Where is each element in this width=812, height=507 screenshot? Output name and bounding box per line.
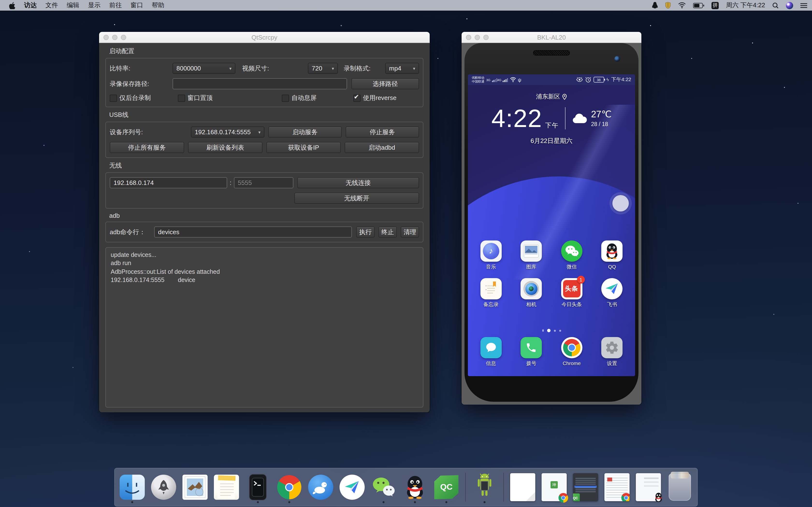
checkbox-box[interactable] — [110, 95, 117, 102]
dock-seal-app[interactable] — [307, 472, 334, 503]
app-qq[interactable]: QQ — [593, 240, 631, 270]
adb-terminate-button[interactable]: 终止 — [378, 226, 397, 237]
serial-combobox[interactable]: 192.168.0.174:5555▾ — [191, 126, 264, 137]
always-on-top-checkbox[interactable]: 窗口置顶 — [178, 94, 282, 102]
phone-status-bar: 优酷移动 中国联通 3G 4G ψ — [468, 74, 635, 85]
adb-command-input[interactable] — [154, 226, 352, 237]
page-indicator-dot-active — [547, 329, 550, 332]
menu-item-help[interactable]: 帮助 — [147, 1, 169, 10]
app-notes[interactable]: 备忘录 — [472, 278, 510, 308]
dock-minimized-chrome-window[interactable]: 坤 — [541, 472, 568, 503]
dock-notes[interactable] — [213, 472, 240, 503]
record-format-combobox[interactable]: mp4▾ — [385, 63, 419, 74]
auto-screen-off-checkbox[interactable]: 自动息屏 — [282, 94, 353, 102]
security-shield-icon[interactable] — [665, 2, 671, 9]
video-size-combobox[interactable]: 720▾ — [308, 63, 338, 74]
app-toutiao[interactable]: 头条 1 今日头条 — [553, 278, 591, 308]
terminal-icon — [249, 474, 266, 500]
page-indicator-dot — [559, 330, 561, 332]
app-settings[interactable]: 设置 — [593, 337, 631, 367]
dock-trash[interactable] — [666, 472, 693, 503]
get-device-ip-button[interactable]: 获取设备IP — [266, 142, 341, 153]
checkbox-box[interactable] — [178, 95, 185, 102]
weather-widget[interactable]: 27℃ 28 / 18 — [572, 109, 612, 127]
dock-mail[interactable] — [182, 472, 209, 503]
chrome-badge-icon — [621, 493, 629, 501]
menu-item-file[interactable]: 文件 — [41, 1, 62, 10]
clock-widget[interactable]: 4:22下午 27℃ 28 / 18 — [468, 102, 635, 134]
pinyin-input-icon[interactable]: 拼 — [711, 2, 719, 9]
menu-bar-clock[interactable]: 周六 下午4:22 — [726, 1, 765, 10]
video-size-label: 视频尺寸: — [242, 64, 308, 73]
app-chrome[interactable]: Chrome — [553, 337, 591, 367]
app-camera[interactable]: 相机 — [513, 278, 550, 308]
dock-minimized-qtcreator-window[interactable]: QC — [572, 472, 599, 503]
dock-qq[interactable] — [401, 472, 428, 503]
dock-qtcreator[interactable]: QC — [433, 472, 460, 503]
menu-item-edit[interactable]: 编辑 — [62, 1, 84, 10]
phone-screen[interactable]: 优酷移动 中国联通 3G 4G ψ — [468, 74, 635, 376]
start-service-button[interactable]: 启动服务 — [268, 126, 342, 137]
dock-paper-plane-app[interactable] — [339, 472, 366, 503]
dock-launchpad[interactable] — [150, 472, 177, 503]
chevron-down-icon: ▾ — [255, 130, 260, 134]
battery-icon[interactable] — [693, 3, 704, 8]
menu-item-finder[interactable]: 访达 — [20, 1, 41, 10]
battery-percent: 38 — [597, 78, 601, 81]
app-music[interactable]: ♪ 音乐 — [472, 240, 510, 270]
app-label: 备忘录 — [483, 301, 499, 308]
menu-item-go[interactable]: 前往 — [105, 1, 126, 10]
page-indicator-dot — [554, 330, 556, 332]
refresh-device-list-button[interactable]: 刷新设备列表 — [188, 142, 262, 153]
start-adbd-button[interactable]: 启动adbd — [345, 142, 419, 153]
dock-terminal[interactable] — [244, 472, 271, 503]
choose-path-button[interactable]: 选择路径 — [351, 78, 419, 89]
bitrate-combobox[interactable]: 8000000▾ — [172, 63, 236, 74]
stop-all-services-button[interactable]: 停止所有服务 — [110, 142, 184, 153]
dock-minimized-document[interactable] — [509, 472, 536, 503]
siri-icon[interactable] — [786, 2, 793, 9]
dock-separator — [503, 473, 504, 502]
app-gallery[interactable]: 图库 — [513, 240, 550, 270]
dock-chrome[interactable] — [276, 472, 303, 503]
app-wechat[interactable]: 微信 — [553, 240, 591, 270]
spotlight-icon[interactable] — [772, 2, 779, 8]
qq-penguin-icon[interactable] — [652, 2, 658, 9]
app-feishu[interactable]: 飞书 — [593, 278, 631, 308]
menu-item-view[interactable]: 显示 — [84, 1, 105, 10]
save-path-input[interactable] — [172, 78, 347, 89]
dock-minimized-chrome-window-2[interactable] — [603, 472, 630, 503]
apple-menu[interactable] — [5, 2, 20, 9]
dock-finder[interactable] — [119, 472, 146, 503]
qtcreator-icon: QC — [434, 475, 458, 499]
checkbox-box[interactable] — [353, 95, 361, 102]
app-messages[interactable]: 信息 — [472, 337, 510, 367]
wireless-connect-button[interactable]: 无线连接 — [297, 177, 419, 188]
dock-minimized-qq-window[interactable] — [635, 472, 662, 503]
wifi-icon[interactable] — [678, 2, 686, 8]
dock-wechat[interactable] — [370, 472, 397, 503]
app-dialer[interactable]: 拨号 — [513, 337, 550, 367]
menu-item-window[interactable]: 窗口 — [126, 1, 147, 10]
stop-service-button[interactable]: 停止服务 — [346, 126, 419, 137]
wireless-port-input[interactable] — [234, 177, 293, 188]
adb-log-output[interactable]: update devices... adb run AdbProcess::ou… — [105, 247, 423, 407]
adb-execute-button[interactable]: 执行 — [356, 226, 374, 237]
log-line: AdbProcess::out:List of devices attached — [111, 268, 418, 276]
phone-window-titlebar[interactable]: BKL-AL20 — [462, 32, 642, 43]
net-type-label: 4G — [497, 79, 501, 82]
notification-center-icon[interactable] — [800, 3, 807, 8]
checkbox-label: 窗口置顶 — [188, 94, 213, 102]
floating-ball[interactable] — [612, 195, 629, 212]
toutiao-icon: 头条 1 — [561, 278, 582, 299]
use-reverse-checkbox[interactable]: 使用reverse — [353, 94, 397, 102]
background-record-checkbox[interactable]: 仅后台录制 — [110, 94, 178, 102]
weather-location[interactable]: 浦东新区 — [468, 93, 635, 101]
wireless-ip-input[interactable] — [110, 177, 227, 188]
checkbox-box[interactable] — [282, 95, 289, 102]
wireless-disconnect-button[interactable]: 无线断开 — [294, 193, 419, 204]
qtscrcpy-titlebar[interactable]: QtScrcpy — [99, 32, 430, 43]
dock-scrcpy-android[interactable] — [471, 472, 498, 503]
usb-group-label: USB线 — [109, 111, 423, 119]
adb-clear-button[interactable]: 清理 — [401, 226, 419, 237]
